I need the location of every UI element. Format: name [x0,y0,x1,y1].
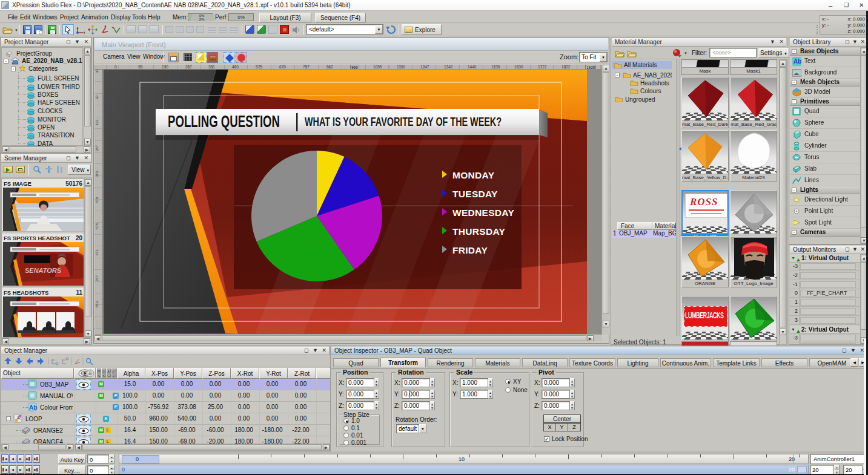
svg-text:MONDAY: MONDAY [452,170,495,180]
svg-text:FRIDAY: FRIDAY [452,245,488,255]
svg-text:SENATORS: SENATORS [25,267,62,274]
svg-text:Ab: Ab [29,404,37,411]
svg-text:WHAT IS YOUR FAVORITE DAY OF T: WHAT IS YOUR FAVORITE DAY OF THE WEEK? [305,114,502,128]
svg-text:THURSDAY: THURSDAY [452,226,505,237]
svg-text:POLLING QUESTION: POLLING QUESTION [168,113,280,131]
svg-text:WEDNESDAY: WEDNESDAY [452,208,514,218]
svg-text:TUESDAY: TUESDAY [452,189,498,199]
svg-text:Ab: Ab [793,58,801,65]
